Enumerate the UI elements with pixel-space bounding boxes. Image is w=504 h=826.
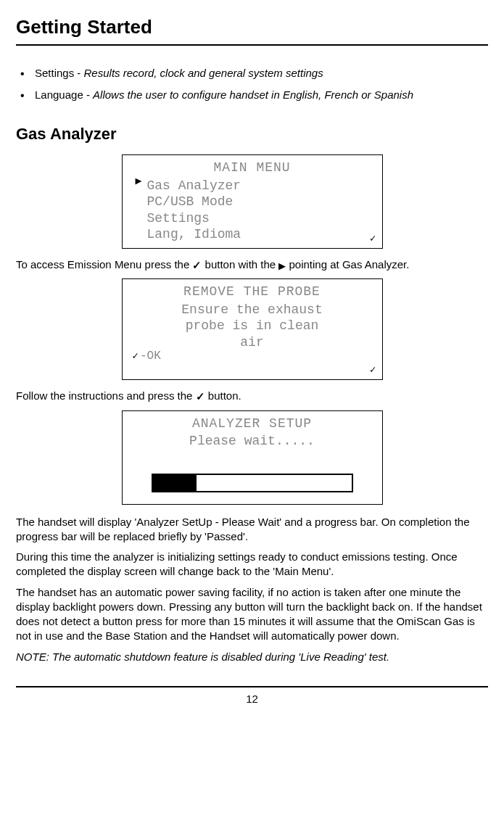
pointer-icon	[278, 258, 286, 273]
body-paragraph: During this time the analyzer is initial…	[16, 550, 488, 579]
lcd-analyzer-setup: ANALYZER SETUP Please wait.....	[122, 410, 383, 505]
bullet-label: Settings -	[35, 67, 84, 79]
lcd-title: REMOVE THE PROBE	[130, 284, 375, 300]
lcd-row: PC/USB Mode	[147, 194, 375, 210]
note-paragraph: NOTE: The automatic shutdown feature is …	[16, 650, 488, 664]
list-item: Language - Allows the user to configure …	[16, 88, 488, 102]
check-icon	[192, 258, 202, 273]
lcd-title: ANALYZER SETUP	[130, 416, 375, 432]
lcd-row: Gas Analyzer	[147, 178, 375, 194]
lcd-row: Please wait.....	[130, 433, 375, 450]
lcd-ok-label: -OK	[133, 349, 161, 363]
bullet-label: Language -	[35, 88, 93, 101]
text-fragment: To access Emission Menu press the	[16, 258, 192, 270]
check-icon: ✓	[370, 233, 376, 246]
bullet-description: Results record, clock and general system…	[84, 67, 323, 79]
lcd-row: Ensure the exhaust	[130, 302, 375, 318]
section-heading: Gas Analyzer	[16, 123, 488, 145]
check-icon: ✓	[370, 364, 376, 377]
instruction-text: Follow the instructions and press the bu…	[16, 389, 488, 404]
text-fragment: button.	[205, 389, 241, 402]
lcd-row: air	[130, 334, 375, 351]
lcd-title: MAIN MENU	[130, 160, 375, 176]
lcd-remove-probe: REMOVE THE PROBE Ensure the exhaust prob…	[122, 278, 383, 380]
progress-fill	[153, 475, 197, 491]
lcd-row: Lang, Idioma	[147, 226, 375, 243]
list-item: Settings - Results record, clock and gen…	[16, 66, 488, 80]
text-fragment: Follow the instructions and press the	[16, 389, 196, 402]
footer-rule	[16, 686, 488, 687]
page-title: Getting Started	[16, 15, 488, 46]
body-paragraph: The handset will display 'Analyzer SetUp…	[16, 515, 488, 545]
feature-list: Settings - Results record, clock and gen…	[16, 66, 488, 103]
lcd-main-menu: ▶ MAIN MENU Gas Analyzer PC/USB Mode Set…	[122, 154, 383, 249]
lcd-row: Settings	[147, 210, 375, 227]
bullet-description: Allows the user to configure handset in …	[93, 88, 413, 101]
page-number: 12	[16, 692, 488, 706]
text-fragment: button with the	[202, 258, 278, 270]
pointer-icon: ▶	[136, 175, 142, 189]
body-paragraph: The handset has an automatic power savin…	[16, 585, 488, 644]
instruction-text: To access Emission Menu press the button…	[16, 257, 488, 273]
check-icon	[196, 389, 205, 404]
lcd-row: probe is in clean	[130, 318, 375, 334]
progress-bar	[152, 474, 353, 492]
text-fragment: pointing at Gas Analyzer.	[286, 258, 409, 270]
